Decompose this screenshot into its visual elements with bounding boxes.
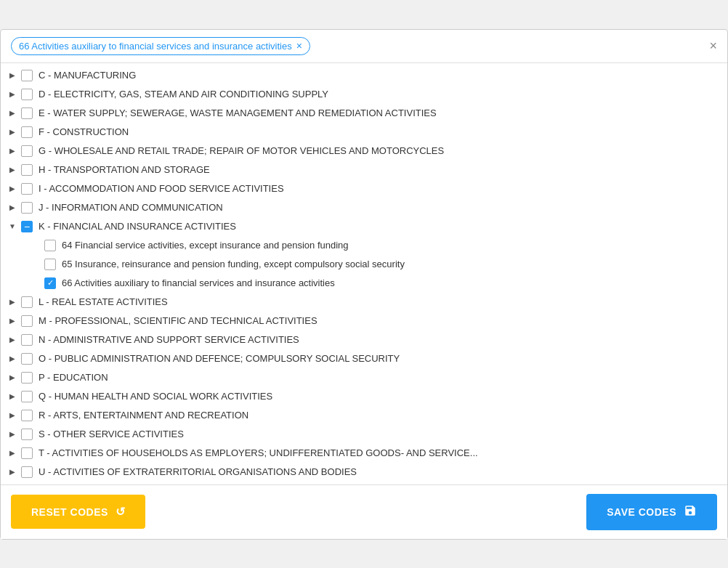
expand-button[interactable]	[7, 296, 18, 308]
tree-item[interactable]: D - ELECTRICITY, GAS, STEAM AND AIR COND…	[1, 85, 727, 104]
item-label: F - CONSTRUCTION	[39, 126, 129, 137]
expand-button[interactable]	[7, 70, 18, 81]
save-codes-button[interactable]: SAVE CODES	[586, 494, 717, 530]
expand-button[interactable]	[7, 89, 18, 100]
tree-item[interactable]: T - ACTIVITIES OF HOUSEHOLDS AS EMPLOYER…	[1, 444, 727, 463]
tag-close-button[interactable]: ×	[296, 41, 302, 51]
tag-container: 66 Activities auxiliary to financial ser…	[11, 37, 310, 55]
tree-item[interactable]: H - TRANSPORTATION AND STORAGE	[1, 161, 727, 179]
selected-tag[interactable]: 66 Activities auxiliary to financial ser…	[11, 37, 310, 55]
checkbox[interactable]	[21, 429, 33, 440]
checkbox[interactable]	[21, 466, 33, 478]
checkbox[interactable]	[21, 372, 33, 384]
checkbox[interactable]	[44, 259, 56, 270]
tree-item[interactable]: R - ARTS, ENTERTAINMENT AND RECREATION	[1, 406, 727, 425]
checkbox[interactable]	[21, 296, 33, 308]
tag-label: 66 Activities auxiliary to financial ser…	[19, 41, 292, 52]
tree-item[interactable]: L - REAL ESTATE ACTIVITIES	[1, 293, 727, 312]
item-label: E - WATER SUPPLY; SEWERAGE, WASTE MANAGE…	[39, 107, 437, 118]
checkbox[interactable]	[21, 107, 33, 119]
tree-item[interactable]: C - MANUFACTURING	[1, 66, 727, 85]
item-label: S - OTHER SERVICE ACTIVITIES	[39, 429, 184, 439]
expand-button[interactable]	[7, 447, 18, 459]
modal-close-button[interactable]: ×	[709, 38, 717, 54]
tree-item[interactable]: F - CONSTRUCTION	[1, 123, 727, 142]
item-label: 66 Activities auxiliary to financial ser…	[62, 277, 335, 288]
item-label: K - FINANCIAL AND INSURANCE ACTIVITIES	[39, 221, 236, 232]
expand-button[interactable]	[7, 183, 18, 195]
checkbox[interactable]	[21, 183, 33, 195]
tree-item[interactable]: 66 Activities auxiliary to financial ser…	[1, 274, 727, 293]
modal-footer: RESET CODES ↺ SAVE CODES	[1, 484, 727, 539]
checkbox[interactable]	[44, 277, 56, 289]
checkbox[interactable]	[21, 410, 33, 421]
expand-button[interactable]	[7, 315, 18, 327]
expand-button[interactable]	[7, 126, 18, 138]
checkbox[interactable]	[21, 70, 33, 81]
checkbox[interactable]	[21, 126, 33, 138]
tree-item[interactable]: M - PROFESSIONAL, SCIENTIFIC AND TECHNIC…	[1, 312, 727, 330]
checkbox[interactable]	[21, 447, 33, 459]
expand-button[interactable]	[7, 391, 18, 402]
checkbox[interactable]	[21, 353, 33, 365]
item-label: R - ARTS, ENTERTAINMENT AND RECREATION	[39, 410, 248, 421]
item-label: Q - HUMAN HEALTH AND SOCIAL WORK ACTIVIT…	[39, 391, 272, 402]
expand-button[interactable]	[7, 145, 18, 157]
item-label: 65 Insurance, reinsurance and pension fu…	[62, 259, 405, 269]
reset-codes-button[interactable]: RESET CODES ↺	[11, 495, 145, 529]
expand-button[interactable]	[7, 202, 18, 214]
item-label: G - WHOLESALE AND RETAIL TRADE; REPAIR O…	[39, 145, 444, 156]
checkbox[interactable]	[44, 240, 56, 251]
tree-item[interactable]: S - OTHER SERVICE ACTIVITIES	[1, 425, 727, 444]
expand-button[interactable]	[7, 221, 18, 232]
checkbox[interactable]	[21, 164, 33, 176]
tree-item[interactable]: E - WATER SUPPLY; SEWERAGE, WASTE MANAGE…	[1, 104, 727, 123]
expand-button[interactable]	[7, 410, 18, 421]
tree-item[interactable]: O - PUBLIC ADMINISTRATION AND DEFENCE; C…	[1, 349, 727, 368]
save-label: SAVE CODES	[607, 506, 676, 518]
checkbox[interactable]	[21, 202, 33, 214]
expand-button[interactable]	[7, 372, 18, 384]
expand-button[interactable]	[7, 466, 18, 478]
checkbox[interactable]	[21, 89, 33, 100]
tree-container: C - MANUFACTURINGD - ELECTRICITY, GAS, S…	[1, 63, 727, 484]
checkbox[interactable]	[21, 315, 33, 327]
tree-item[interactable]: I - ACCOMMODATION AND FOOD SERVICE ACTIV…	[1, 179, 727, 198]
item-label: P - EDUCATION	[39, 372, 108, 383]
checkbox[interactable]	[21, 334, 33, 346]
item-label: 64 Financial service activities, except …	[62, 240, 349, 251]
item-label: I - ACCOMMODATION AND FOOD SERVICE ACTIV…	[39, 183, 284, 194]
item-label: J - INFORMATION AND COMMUNICATION	[39, 202, 223, 213]
tree-item[interactable]: P - EDUCATION	[1, 368, 727, 387]
expand-button[interactable]	[7, 429, 18, 440]
checkbox[interactable]	[21, 145, 33, 157]
tree-item[interactable]: J - INFORMATION AND COMMUNICATION	[1, 198, 727, 217]
item-label: O - PUBLIC ADMINISTRATION AND DEFENCE; C…	[39, 353, 400, 364]
item-label: L - REAL ESTATE ACTIVITIES	[39, 296, 168, 307]
checkbox[interactable]	[21, 221, 33, 232]
item-label: M - PROFESSIONAL, SCIENTIFIC AND TECHNIC…	[39, 315, 318, 326]
item-label: C - MANUFACTURING	[39, 70, 136, 81]
expand-button[interactable]	[7, 334, 18, 346]
tree-item[interactable]: K - FINANCIAL AND INSURANCE ACTIVITIES	[1, 217, 727, 236]
checkbox[interactable]	[21, 391, 33, 402]
tree-item[interactable]: Q - HUMAN HEALTH AND SOCIAL WORK ACTIVIT…	[1, 387, 727, 406]
reset-icon: ↺	[116, 505, 126, 519]
expand-button[interactable]	[7, 164, 18, 176]
save-icon	[684, 504, 697, 520]
expand-button[interactable]	[7, 107, 18, 119]
item-label: H - TRANSPORTATION AND STORAGE	[39, 164, 210, 175]
modal-header: 66 Activities auxiliary to financial ser…	[1, 30, 727, 63]
tree-item[interactable]: 64 Financial service activities, except …	[1, 236, 727, 255]
item-label: N - ADMINISTRATIVE AND SUPPORT SERVICE A…	[39, 334, 299, 345]
modal-container: 66 Activities auxiliary to financial ser…	[0, 29, 728, 540]
tree-item[interactable]: U - ACTIVITIES OF EXTRATERRITORIAL ORGAN…	[1, 463, 727, 482]
item-label: D - ELECTRICITY, GAS, STEAM AND AIR COND…	[39, 89, 328, 100]
item-label: U - ACTIVITIES OF EXTRATERRITORIAL ORGAN…	[39, 466, 357, 477]
tree-item[interactable]: G - WHOLESALE AND RETAIL TRADE; REPAIR O…	[1, 142, 727, 161]
expand-button[interactable]	[7, 353, 18, 365]
tree-item[interactable]: N - ADMINISTRATIVE AND SUPPORT SERVICE A…	[1, 330, 727, 349]
reset-label: RESET CODES	[31, 506, 108, 518]
tree-item[interactable]: 65 Insurance, reinsurance and pension fu…	[1, 255, 727, 274]
item-label: T - ACTIVITIES OF HOUSEHOLDS AS EMPLOYER…	[39, 447, 478, 458]
